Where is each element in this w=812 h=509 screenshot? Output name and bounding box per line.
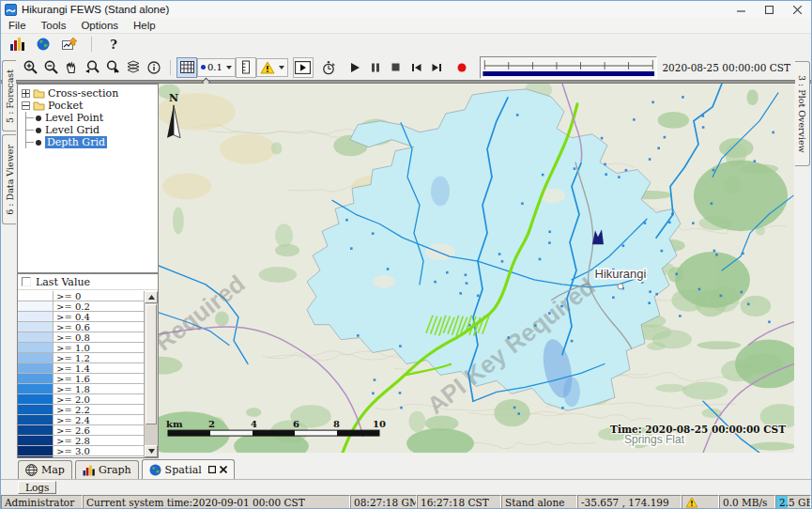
layer-bullet-icon [36,116,41,121]
menu-file[interactable]: File [1,18,34,33]
legend-row[interactable]: >= 2.0 [18,394,144,405]
tree-leaf-depth-grid[interactable]: Depth Grid [26,136,158,148]
grid-display-toggle[interactable] [176,57,197,78]
legend-color-swatch [18,291,54,301]
stop-button[interactable] [386,57,406,78]
tab-map[interactable]: Map [18,460,72,479]
minimize-button[interactable] [727,1,755,18]
export-timeseries-button[interactable] [59,34,80,54]
hand-icon [64,60,79,75]
legend-row[interactable]: >= 0 [18,291,144,301]
ruler-button[interactable] [236,57,256,78]
status-coordinates: -35.657 , 174.199 [577,495,682,509]
tab-data-viewer-label: 6 : Data Viewer [5,145,15,215]
zoom-previous-button[interactable] [82,57,102,78]
legend-row[interactable]: >= 3.2 [18,456,144,457]
legend-scrollbar[interactable] [145,291,158,457]
maximize-button[interactable] [755,1,783,18]
map-view[interactable]: API Key Required API Key Required N Hiku… [159,84,794,453]
scroll-up-icon[interactable] [145,291,158,303]
legend-row[interactable]: >= 0.4 [18,312,144,322]
pause-button[interactable] [365,57,386,78]
tree-node-pocket[interactable]: Pocket [22,100,158,112]
warning-icon [260,61,275,74]
tab-forecast[interactable]: 5 : Forecast [2,60,16,131]
last-value-checkbox[interactable] [22,277,31,286]
globe-icon [36,37,51,52]
animation-settings-button[interactable] [318,57,339,78]
app-icon [5,4,17,16]
animation-button[interactable] [293,57,314,78]
tree-leaf-level-grid[interactable]: Level Grid [26,124,158,136]
record-button[interactable] [452,57,472,78]
status-local-time: 16:27:18 CST [417,495,501,509]
scroll-down-icon[interactable] [145,445,158,457]
tree-leaf-level-point[interactable]: Level Point [26,112,158,124]
tab-plot-overview-label: 3 : Plot Overview [797,75,807,153]
application-window: Hikurangi FEWS (Stand alone) File Tools … [0,0,812,509]
zoom-in-button[interactable] [20,57,40,78]
legend-row[interactable]: >= 2.8 [18,436,144,446]
logs-button[interactable]: Logs [18,481,56,494]
play-button[interactable] [345,57,365,78]
layers-button[interactable] [123,57,144,78]
timeline-track [481,57,656,78]
legend-color-swatch [18,446,54,455]
legend-row-label: >= 1.8 [54,384,144,393]
legend-row-label: >= 1.2 [54,353,144,362]
legend-row[interactable]: >= 0.2 [18,301,144,312]
legend-row[interactable]: >= 0.8 [18,332,144,343]
tab-data-viewer[interactable]: 6 : Data Viewer [2,134,16,224]
close-button[interactable] [783,1,811,18]
chart-export-icon [62,37,78,52]
legend-row[interactable]: >= 2.6 [18,425,144,436]
window-title: Hikurangi FEWS (Stand alone) [22,4,169,15]
legend-row-label: >= 2.6 [54,425,144,435]
zoom-next-button[interactable] [102,57,123,78]
legend-row[interactable]: >= 3.0 [18,446,144,456]
legend-row-label: >= 2.0 [54,394,144,404]
legend-row[interactable]: >= 1.0 [18,343,144,353]
pan-button[interactable] [61,57,82,78]
legend-row-label: >= 1.4 [54,363,144,373]
skip-to-end-button[interactable] [427,57,448,78]
help-button[interactable]: ? [103,34,124,54]
tree-node-cross-section[interactable]: Cross-section [22,87,158,100]
status-gmt-time: 08:27:18 GMT [350,495,417,509]
database-viewer-button[interactable] [7,34,27,54]
skip-end-icon [431,62,443,73]
warning-dropdown[interactable] [256,58,288,77]
town-label: Hikurangi [595,267,647,281]
tab-plot-overview[interactable]: 3 : Plot Overview [795,61,810,166]
timeline-slider[interactable] [480,56,657,79]
menu-options[interactable]: Options [73,18,126,33]
map-display-button[interactable] [33,34,54,54]
legend-row[interactable]: >= 1.8 [18,384,144,394]
close-tab-icon[interactable] [220,466,227,473]
maximize-panel-icon[interactable] [208,466,216,473]
legend-row[interactable]: >= 1.4 [18,363,144,374]
zoom-next-icon [105,59,121,75]
legend-row[interactable]: >= 1.6 [18,374,144,384]
info-button[interactable] [144,57,164,78]
toolbar-separator [170,60,171,75]
tab-spatial[interactable]: Spatial [142,459,235,479]
menu-tools[interactable]: Tools [34,18,74,33]
grid-interval-combo[interactable]: 0.1 [197,58,236,77]
skip-to-start-button[interactable] [406,57,427,78]
map-toolbar: 0.1 2020-08-25 00:00:00 CST [1,54,811,80]
status-warning-cell[interactable] [682,495,719,509]
scrollbar-thumb[interactable] [146,304,157,424]
zoom-out-button[interactable] [40,57,61,78]
bottom-tab-bar: Map Graph Spatial [1,459,811,480]
tab-graph[interactable]: Graph [75,460,139,479]
layers-icon [126,60,141,74]
legend-row[interactable]: >= 2.4 [18,415,144,425]
tree-connector [26,117,34,118]
expand-icon[interactable] [22,89,30,98]
menu-help[interactable]: Help [126,18,163,33]
legend-row[interactable]: >= 0.6 [18,322,144,332]
legend-row[interactable]: >= 2.2 [18,405,144,415]
collapse-icon[interactable] [22,101,30,110]
legend-row[interactable]: >= 1.2 [18,353,144,363]
